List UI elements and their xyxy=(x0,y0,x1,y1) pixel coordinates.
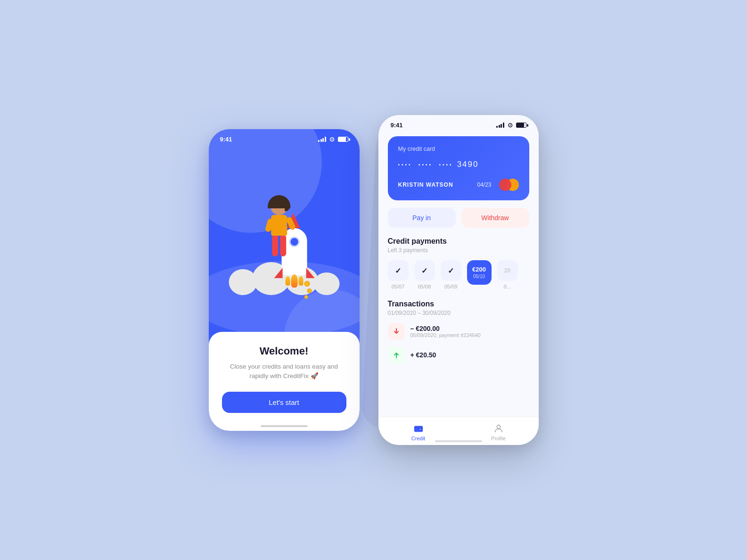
coins xyxy=(304,281,312,299)
card-label: My credit card xyxy=(398,146,519,152)
transactions-title: Transactions xyxy=(388,300,529,308)
person-legs xyxy=(271,236,287,256)
status-icons-phone1: ⊙ xyxy=(318,136,348,143)
card-holder-name: KRISTIN WATSON xyxy=(398,181,453,188)
lets-start-button[interactable]: Let's start xyxy=(222,392,346,413)
phone2-wrapper: 9:41 ⊙ My cr xyxy=(378,115,539,445)
signal-icon-phone2 xyxy=(496,123,504,128)
coin-3 xyxy=(304,295,308,299)
flame-1 xyxy=(285,276,290,286)
status-bar-phone2: 9:41 ⊙ xyxy=(378,115,539,129)
payment-item-1: ✓ 05/07 xyxy=(388,260,409,289)
payment-check-3: ✓ xyxy=(441,260,461,281)
person-hair xyxy=(268,195,290,208)
profile-nav-icon xyxy=(493,423,504,434)
person-leg-right xyxy=(280,236,286,256)
payment-date-2: 05/08 xyxy=(418,284,431,289)
payment-item-4: €200 05/10 xyxy=(467,260,492,289)
card-number: •••• •••• •••• 3490 xyxy=(398,160,519,169)
person-arm-left xyxy=(264,218,273,232)
coin-1 xyxy=(304,281,310,287)
payment-future-amount: 20 xyxy=(504,267,510,274)
payment-timeline: ✓ 05/07 ✓ 05/08 ✓ 05/09 xyxy=(388,260,529,289)
rocket-fin-right xyxy=(306,268,314,278)
payment-date-1: 05/07 xyxy=(392,284,405,289)
phone-credit: 9:41 ⊙ My cr xyxy=(378,115,539,445)
person-leg-left xyxy=(272,236,278,256)
cloud-bubble-4 xyxy=(313,272,339,295)
transactions-section: Transactions 01/09/2020 – 30/09/2020 – €… xyxy=(388,300,529,363)
welcome-subtitle: Close your credits and loans easy and ra… xyxy=(222,362,346,381)
payment-active-amount: €200 xyxy=(472,266,486,273)
payment-active-box: €200 05/10 xyxy=(467,260,492,285)
tx-amount-1: – €200.00 xyxy=(410,325,529,332)
nav-label-profile: Profile xyxy=(491,436,506,441)
phone2-content: My credit card •••• •••• •••• 3490 KRIST… xyxy=(378,129,539,438)
credit-nav-icon xyxy=(413,423,424,434)
withdraw-button[interactable]: Withdraw xyxy=(461,208,529,228)
card-bottom: KRISTIN WATSON 04/23 xyxy=(398,179,519,191)
person-head xyxy=(271,198,287,215)
time-phone1: 9:41 xyxy=(220,136,232,143)
card-holder-expiry: KRISTIN WATSON xyxy=(398,181,453,188)
payment-check-2: ✓ xyxy=(414,260,435,281)
card-expiry: 04/23 xyxy=(477,181,491,188)
payment-future-box: 20 xyxy=(497,260,518,281)
rocket-flame xyxy=(285,276,303,288)
nav-label-credit: Credit xyxy=(411,436,425,441)
wifi-icon-phone1: ⊙ xyxy=(329,136,335,143)
phone-welcome: 9:41 ⊙ xyxy=(209,129,360,431)
flame-2 xyxy=(291,274,297,288)
svg-rect-0 xyxy=(414,426,422,432)
card-right: 04/23 xyxy=(477,179,518,191)
credit-card: My credit card •••• •••• •••• 3490 KRIST… xyxy=(388,136,529,200)
nav-item-credit[interactable]: Credit xyxy=(378,423,459,441)
credit-payments-subtitle: Left 3 payments xyxy=(388,247,529,254)
status-bar-phone1: 9:41 ⊙ xyxy=(209,129,360,143)
mastercard-logo xyxy=(499,179,519,191)
payment-date-3: 05/09 xyxy=(444,284,458,289)
coin-2 xyxy=(307,288,312,293)
transaction-item-1: – €200.00 05/09/2020, payment #224640 xyxy=(388,323,529,340)
time-phone2: 9:41 xyxy=(391,122,403,129)
card-dots: •••• •••• •••• xyxy=(398,162,453,167)
payment-date-5: 0... xyxy=(504,284,511,289)
tx-amount-2: + €20.50 xyxy=(410,351,529,359)
home-indicator-phone1 xyxy=(261,425,308,427)
transaction-item-2: + €20.50 xyxy=(388,346,529,363)
tx-details-1: – €200.00 05/09/2020, payment #224640 xyxy=(410,325,529,338)
card-number-last: 3490 xyxy=(457,160,479,169)
tx-icon-debit xyxy=(388,323,405,340)
arrow-down-icon xyxy=(393,328,400,335)
arrow-up-icon xyxy=(393,351,400,359)
credit-payments-title: Credit payments xyxy=(388,237,529,246)
rocket-fin-left xyxy=(274,268,282,278)
mastercard-red xyxy=(499,179,511,191)
wallet-icon xyxy=(413,423,424,434)
rocket-window xyxy=(289,237,299,247)
person-body xyxy=(271,215,287,236)
credit-payments-section: Credit payments Left 3 payments ✓ 05/07 … xyxy=(388,237,529,289)
nav-item-profile[interactable]: Profile xyxy=(459,423,539,441)
payment-item-3: ✓ 05/09 xyxy=(441,260,461,289)
battery-icon-phone2 xyxy=(516,123,526,128)
action-buttons: Pay in Withdraw xyxy=(388,208,529,228)
transactions-date: 01/09/2020 – 30/09/2020 xyxy=(388,310,529,316)
welcome-card: Welcome! Close your credits and loans ea… xyxy=(209,332,360,431)
svg-point-1 xyxy=(497,425,500,428)
person-icon xyxy=(493,423,504,434)
payment-item-5: 20 0... xyxy=(497,260,518,289)
status-icons-phone2: ⊙ xyxy=(496,122,526,129)
flame-3 xyxy=(298,276,303,286)
signal-icon-phone1 xyxy=(318,137,326,142)
payment-active-date: 05/10 xyxy=(473,274,485,279)
person-character xyxy=(271,198,287,256)
tx-meta-1: 05/09/2020, payment #224640 xyxy=(410,332,529,338)
character-illustration xyxy=(223,143,345,322)
home-indicator-phone2 xyxy=(435,440,482,442)
phones-container: 9:41 ⊙ xyxy=(209,115,539,445)
tx-details-2: + €20.50 xyxy=(410,351,529,359)
welcome-title: Welcome! xyxy=(222,345,346,357)
pay-in-button[interactable]: Pay in xyxy=(388,208,456,228)
wifi-icon-phone2: ⊙ xyxy=(508,122,513,129)
